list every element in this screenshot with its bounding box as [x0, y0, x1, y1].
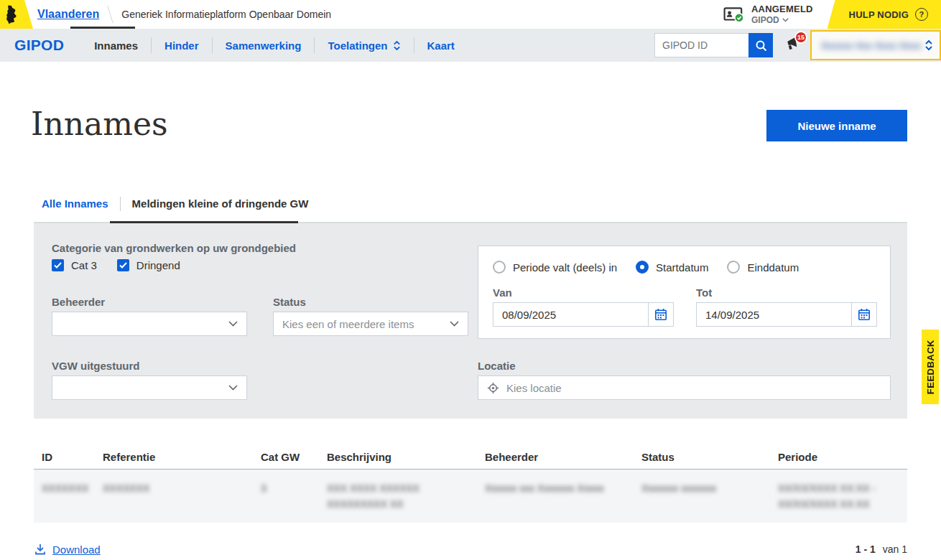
new-inname-button[interactable]: Nieuwe inname [766, 110, 907, 141]
pagination-total: van 1 [883, 543, 907, 555]
chevron-up-down-icon [924, 39, 933, 51]
signed-in-label: AANGEMELD [751, 4, 813, 14]
column-header-beheerder: Beheerder [485, 451, 641, 463]
van-label: Van [493, 286, 512, 299]
van-date-input[interactable] [493, 302, 648, 327]
tot-date-field [696, 302, 877, 327]
calendar-icon [858, 308, 871, 321]
radio-label: Einddatum [747, 261, 799, 274]
main-content: Innames Nieuwe inname Alle Innames Meldi… [0, 108, 941, 556]
checkbox-dringend[interactable]: Dringend [117, 259, 180, 271]
table-header-row: ID Referentie Cat GW Beschrijving Beheer… [34, 444, 907, 469]
radio-einddatum[interactable]: Einddatum [727, 261, 799, 274]
notifications-button[interactable]: 15 [784, 37, 800, 54]
cell-cat-gw-redacted: 3 [261, 480, 327, 496]
gipod-logo[interactable]: GIPOD [14, 37, 64, 54]
cell-referentie-redacted: XXXXXXX [103, 480, 261, 496]
column-header-periode: Periode [778, 451, 907, 463]
radio-unselected-icon [727, 261, 740, 274]
download-label: Download [52, 543, 101, 556]
tabs-bar: Alle Innames Meldingen kleine of dringen… [34, 196, 907, 223]
pagination-range: 1 - 1 [856, 543, 876, 555]
nav-item-label: Innames [94, 39, 138, 52]
locatie-label: Locatie [478, 360, 516, 372]
table-row[interactable]: XXXXXXX XXXXXXX 3 XXX XXXX XXXXXX XXXXXX… [34, 470, 907, 523]
radio-label: Periode valt (deels) in [513, 261, 617, 274]
radio-unselected-icon [493, 261, 506, 274]
beheerder-label: Beheerder [52, 296, 105, 308]
question-circle-icon: ? [915, 8, 928, 21]
feedback-label: FEEDBACK [925, 340, 936, 394]
pagination: 1 - 1van 1 [856, 543, 907, 555]
global-header: Vlaanderen Generiek Informatieplatform O… [0, 0, 941, 29]
checkbox-cat3[interactable]: Cat 3 [52, 259, 97, 271]
van-date-field [493, 302, 674, 327]
notification-badge: 15 [794, 31, 807, 44]
cell-status-redacted: Xxxxxxx xxxxxxx [641, 480, 778, 496]
flanders-lion-icon [3, 4, 22, 25]
cell-beschrijving-redacted: XXX XXXX XXXXXX XXXXXXXXX XX [327, 480, 485, 512]
signed-in-context-dropdown[interactable]: GIPOD [751, 15, 813, 25]
vlaanderen-lion-logo[interactable] [0, 0, 33, 29]
feedback-tab[interactable]: FEEDBACK [922, 330, 939, 404]
checkbox-checked-icon [117, 259, 129, 271]
radio-periode-valt-deels-in[interactable]: Periode valt (deels) in [493, 261, 617, 274]
help-button[interactable]: HULP NODIG ? [828, 0, 941, 29]
radio-label: Startdatum [656, 261, 708, 274]
table-footer: Download 1 - 1van 1 [34, 543, 907, 556]
tot-calendar-button[interactable] [851, 302, 877, 327]
nav-item-label: Hinder [164, 39, 199, 52]
search-icon [755, 39, 767, 52]
status-label: Status [273, 296, 306, 308]
breadcrumb-separator [107, 5, 113, 23]
id-card-check-icon [723, 6, 745, 23]
nav-item-label: Kaart [427, 39, 455, 52]
vgw-uitgestuurd-label: VGW uitgestuurd [52, 360, 140, 372]
van-calendar-button[interactable] [648, 302, 674, 327]
nav-item-label: Samenwerking [226, 39, 302, 52]
locatie-input[interactable]: Kies locatie [478, 375, 891, 400]
nav-item-toelatingen[interactable]: Toelatingen [315, 39, 413, 52]
download-link[interactable]: Download [34, 543, 101, 556]
navbar-right-cluster: 15 Xxxxxx Xxx Xxxx Xxxx [654, 29, 941, 62]
checkbox-label: Cat 3 [71, 259, 97, 271]
tab-alle-innames[interactable]: Alle Innames [34, 196, 108, 212]
app-title: Generiek Informatieplatform Openbaar Dom… [121, 9, 331, 20]
tot-date-input[interactable] [696, 302, 851, 327]
nav-item-samenwerking[interactable]: Samenwerking [213, 39, 315, 52]
chevron-down-icon [782, 18, 789, 22]
column-header-cat-gw: Cat GW [261, 451, 327, 463]
nav-item-innames[interactable]: Innames [81, 39, 151, 52]
vlaanderen-link[interactable]: Vlaanderen [37, 8, 99, 21]
main-navbar: GIPOD Innames Hinder Samenwerking Toelat… [0, 29, 941, 62]
gipod-id-search-input[interactable] [654, 33, 748, 57]
status-select[interactable]: Kies een of meerdere items [273, 312, 468, 336]
calendar-icon [654, 308, 667, 321]
signed-in-status[interactable]: AANGEMELD GIPOD [723, 4, 813, 25]
tab-separator [120, 197, 121, 211]
gipod-id-search [654, 33, 773, 57]
chevron-down-icon [450, 321, 459, 327]
radio-selected-icon [636, 261, 649, 274]
radio-startdatum[interactable]: Startdatum [636, 261, 708, 274]
search-button[interactable] [748, 33, 773, 57]
download-icon [34, 543, 47, 556]
vgw-uitgestuurd-select[interactable] [52, 375, 247, 400]
signed-in-text: AANGEMELD GIPOD [751, 4, 813, 25]
nav-item-kaart[interactable]: Kaart [414, 39, 468, 52]
nav-item-hinder[interactable]: Hinder [152, 39, 212, 52]
chevron-down-icon [228, 321, 238, 327]
tab-meldingen-kleine-of-dringende-gw[interactable]: Meldingen kleine of dringende GW [132, 196, 309, 212]
checkbox-label: Dringend [136, 259, 180, 271]
column-header-status: Status [641, 451, 778, 463]
signed-in-context-label: GIPOD [751, 15, 779, 25]
column-header-beschrijving: Beschrijving [327, 451, 485, 463]
category-filter-label: Categorie van grondwerken op uw grondgeb… [52, 242, 296, 254]
locatie-placeholder: Kies locatie [506, 382, 562, 394]
tot-label: Tot [696, 286, 712, 299]
header-active-underline [70, 27, 135, 29]
beheerder-select[interactable] [52, 312, 247, 336]
cell-periode-redacted: XX/XX/XXXX XX:XX - XX/XX/XXXX XX:XX [778, 480, 907, 512]
page-title: Innames [31, 108, 168, 141]
user-account-selector[interactable]: Xxxxxx Xxx Xxxx Xxxx [810, 30, 941, 60]
